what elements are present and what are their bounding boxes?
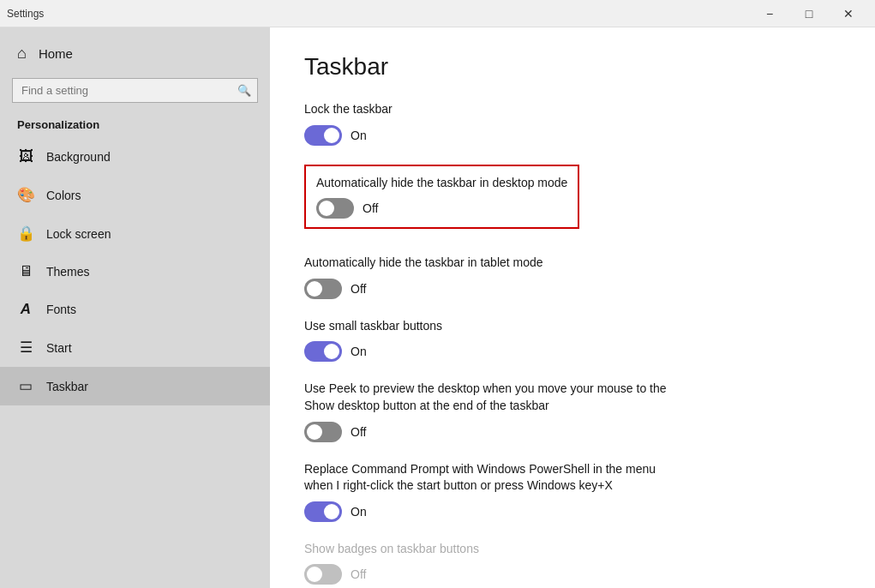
- toggle-thumb: [307, 567, 322, 582]
- small-buttons-toggle-row: On: [304, 341, 841, 362]
- sidebar-item-colors[interactable]: 🎨 Colors: [0, 176, 270, 214]
- sidebar-section-label: Personalization: [0, 113, 270, 138]
- replace-command-toggle[interactable]: [304, 501, 342, 522]
- setting-show-badges: Show badges on taskbar buttons Off: [304, 541, 841, 585]
- maximize-button[interactable]: □: [789, 0, 829, 27]
- lock-taskbar-toggle[interactable]: [304, 125, 342, 146]
- home-icon: ⌂: [17, 45, 27, 63]
- hide-tablet-label: Automatically hide the taskbar in tablet…: [304, 255, 841, 272]
- toggle-thumb: [324, 504, 339, 519]
- themes-icon: 🖥: [17, 263, 34, 280]
- search-box: 🔍: [12, 78, 258, 103]
- sidebar-item-label: Start: [46, 341, 72, 355]
- app-body: ⌂ Home 🔍 Personalization 🖼 Background 🎨 …: [0, 27, 875, 588]
- sidebar-item-label: Fonts: [46, 303, 76, 316]
- background-icon: 🖼: [17, 148, 34, 165]
- lock-taskbar-label: Lock the taskbar: [304, 101, 841, 118]
- peek-preview-toggle-row: Off: [304, 422, 841, 442]
- sidebar-item-lock-screen[interactable]: 🔒 Lock screen: [0, 214, 270, 253]
- lock-taskbar-toggle-row: On: [304, 125, 841, 146]
- sidebar-home[interactable]: ⌂ Home: [0, 36, 270, 71]
- sidebar-item-label: Background: [46, 150, 111, 164]
- sidebar-item-taskbar[interactable]: ▭ Taskbar: [0, 367, 270, 405]
- colors-icon: 🎨: [17, 186, 34, 204]
- hide-desktop-toggle-row: Off: [316, 198, 567, 219]
- setting-peek-preview: Use Peek to preview the desktop when you…: [304, 381, 841, 441]
- toggle-thumb: [324, 344, 339, 359]
- hide-tablet-value: Off: [351, 282, 366, 296]
- sidebar-item-fonts[interactable]: A Fonts: [0, 291, 270, 328]
- setting-hide-tablet: Automatically hide the taskbar in tablet…: [304, 255, 841, 299]
- sidebar-item-label: Colors: [46, 189, 81, 202]
- start-icon: ☰: [17, 339, 34, 357]
- hide-tablet-toggle[interactable]: [304, 279, 342, 299]
- lock-screen-icon: 🔒: [17, 225, 34, 243]
- lock-taskbar-value: On: [351, 129, 367, 142]
- title-bar: Settings − □ ✕: [0, 0, 875, 27]
- show-badges-toggle-row: Off: [304, 564, 841, 585]
- app-title: Settings: [7, 8, 44, 20]
- show-badges-toggle: [304, 564, 342, 585]
- hide-tablet-toggle-row: Off: [304, 279, 841, 299]
- search-icon: 🔍: [237, 84, 251, 97]
- peek-preview-label: Use Peek to preview the desktop when you…: [304, 381, 841, 414]
- minimize-button[interactable]: −: [750, 0, 789, 27]
- highlight-box: Automatically hide the taskbar in deskto…: [304, 165, 579, 230]
- hide-desktop-value: Off: [363, 201, 378, 215]
- fonts-icon: A: [17, 301, 34, 318]
- home-label: Home: [39, 46, 73, 61]
- setting-lock-taskbar: Lock the taskbar On: [304, 101, 841, 146]
- show-badges-label: Show badges on taskbar buttons: [304, 541, 841, 558]
- page-title: Taskbar: [304, 53, 841, 81]
- hide-desktop-toggle[interactable]: [316, 198, 354, 219]
- hide-desktop-label: Automatically hide the taskbar in deskto…: [316, 175, 567, 192]
- search-input[interactable]: [12, 78, 258, 103]
- taskbar-icon: ▭: [17, 377, 34, 395]
- replace-command-value: On: [351, 505, 367, 519]
- sidebar-item-themes[interactable]: 🖥 Themes: [0, 253, 270, 291]
- sidebar-item-background[interactable]: 🖼 Background: [0, 138, 270, 176]
- setting-replace-command: Replace Command Prompt with Windows Powe…: [304, 461, 841, 522]
- setting-small-buttons: Use small taskbar buttons On: [304, 318, 841, 363]
- sidebar: ⌂ Home 🔍 Personalization 🖼 Background 🎨 …: [0, 27, 270, 588]
- small-buttons-toggle[interactable]: [304, 341, 342, 362]
- sidebar-item-label: Themes: [46, 265, 90, 279]
- replace-command-toggle-row: On: [304, 501, 841, 522]
- close-button[interactable]: ✕: [829, 0, 868, 27]
- toggle-thumb: [319, 201, 334, 216]
- small-buttons-value: On: [351, 345, 367, 358]
- sidebar-item-label: Lock screen: [46, 227, 111, 241]
- sidebar-item-start[interactable]: ☰ Start: [0, 328, 270, 367]
- window-controls: − □ ✕: [750, 0, 868, 27]
- toggle-thumb: [324, 128, 339, 143]
- sidebar-item-label: Taskbar: [46, 380, 88, 393]
- small-buttons-label: Use small taskbar buttons: [304, 318, 841, 335]
- peek-preview-toggle[interactable]: [304, 422, 342, 442]
- content-area: Taskbar Lock the taskbar On Automaticall…: [270, 27, 875, 588]
- setting-hide-desktop: Automatically hide the taskbar in deskto…: [304, 165, 841, 237]
- toggle-thumb: [307, 424, 322, 440]
- toggle-thumb: [307, 281, 322, 297]
- show-badges-value: Off: [351, 567, 366, 581]
- peek-preview-value: Off: [351, 425, 366, 439]
- replace-command-label: Replace Command Prompt with Windows Powe…: [304, 461, 841, 495]
